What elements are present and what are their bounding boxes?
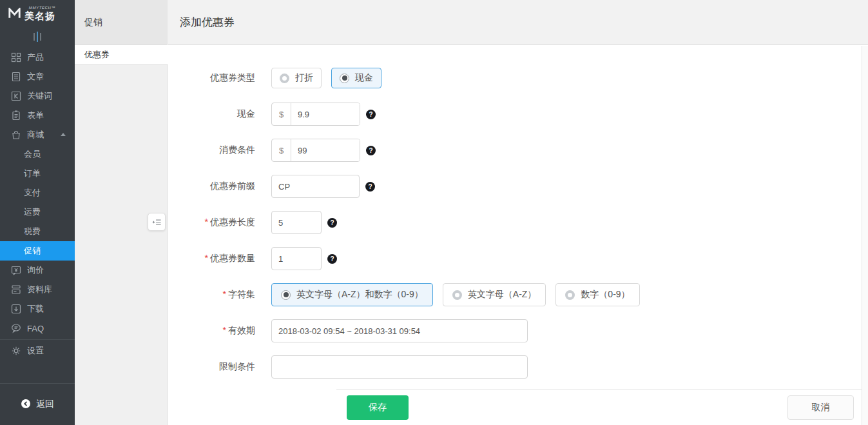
sidebar-item-members[interactable]: 会员 [0, 144, 75, 164]
form-action-bar: 保存 取消 [336, 389, 868, 425]
gear-icon [11, 346, 21, 356]
form-row-cash: 现金 $ ? [168, 103, 862, 126]
charset-option-alnum[interactable]: 英文字母（A-Z）和数字（0-9） [271, 283, 433, 306]
sidebar-item-forms[interactable]: 表单 [0, 106, 75, 125]
form-row-restriction: 限制条件 [168, 355, 862, 379]
field-label: *有效期 [168, 325, 255, 337]
sidebar-item-tax[interactable]: 税费 [0, 222, 75, 241]
sidebar-item-faq[interactable]: FAQ [0, 319, 75, 338]
save-button[interactable]: 保存 [347, 395, 409, 420]
primary-sidebar: MMYTECH™ 美名扬 产品 文章 关键词 表单 [0, 0, 75, 425]
sidebar-item-downloads[interactable]: 下载 [0, 299, 75, 319]
field-label: 优惠券类型 [168, 72, 255, 84]
sidebar-menu: 产品 文章 关键词 表单 商城 会员 订单 支付 运费 税费 促销 [0, 48, 75, 361]
field-label: 现金 [168, 108, 255, 120]
restriction-input[interactable] [271, 355, 528, 379]
condition-input[interactable] [291, 139, 360, 161]
secondary-panel-title: 促销 [75, 0, 167, 45]
toggle-bar-icon [34, 33, 35, 41]
form-row-quantity: *优惠券数量 ? [168, 247, 862, 270]
sidebar-collapse-toggle[interactable] [0, 26, 75, 48]
sidebar-item-products[interactable]: 产品 [0, 48, 75, 67]
caret-up-icon [61, 133, 66, 136]
quantity-input[interactable] [271, 247, 322, 270]
currency-addon: $ [272, 103, 291, 125]
charset-option-alpha[interactable]: 英文字母（A-Z） [443, 283, 546, 306]
toggle-bar-icon [40, 33, 41, 41]
sidebar-item-label: 询价 [27, 264, 44, 276]
panel-collapse-button[interactable] [148, 213, 166, 231]
sidebar-item-mall[interactable]: 商城 [0, 125, 75, 144]
radio-checked-icon [340, 74, 349, 83]
inquiry-chat-icon [11, 265, 21, 275]
sidebar-item-label: 设置 [27, 345, 44, 357]
sidebar-item-inquiry[interactable]: 询价 [0, 261, 75, 280]
sidebar-item-promotion[interactable]: 促销 [0, 241, 75, 261]
sidebar-item-label: 关键词 [27, 90, 52, 102]
sidebar-item-label: 下载 [27, 303, 44, 315]
sidebar-item-label: 产品 [27, 52, 44, 63]
sidebar-item-label: 资料库 [27, 284, 52, 295]
sidebar-item-label: 文章 [27, 71, 44, 83]
sidebar-item-payment[interactable]: 支付 [0, 183, 75, 203]
help-icon[interactable]: ? [365, 182, 375, 192]
shopping-bag-icon [11, 130, 21, 140]
sidebar-item-orders[interactable]: 订单 [0, 164, 75, 183]
code-prefix-input[interactable] [271, 175, 360, 198]
sidebar-item-shipping[interactable]: 运费 [0, 203, 75, 222]
charset-option-numeric[interactable]: 数字（0-9） [555, 283, 639, 306]
back-button[interactable]: 返回 [21, 399, 54, 411]
sidebar-item-label: 税费 [24, 226, 41, 237]
vertical-scrollbar[interactable] [862, 46, 868, 425]
sidebar-item-settings[interactable]: 设置 [0, 341, 75, 361]
sidebar-item-label: 商城 [27, 129, 44, 141]
coupon-type-option-cash[interactable]: 现金 [331, 68, 381, 88]
keyword-icon [11, 91, 21, 101]
form-row-validity: *有效期 [168, 319, 862, 342]
sidebar-item-label: 支付 [24, 187, 41, 199]
help-icon[interactable]: ? [366, 146, 376, 155]
help-icon[interactable]: ? [327, 254, 337, 264]
sidebar-item-label: 订单 [24, 168, 41, 179]
menu-fold-icon [152, 217, 162, 227]
cancel-button[interactable]: 取消 [787, 395, 854, 420]
secondary-item-coupon[interactable]: 优惠券 [75, 45, 168, 64]
toggle-bar-icon [37, 32, 38, 42]
sidebar-item-label: 会员 [24, 148, 41, 160]
validity-date-range-input[interactable] [271, 319, 528, 342]
brand-m-icon [8, 8, 21, 19]
coupon-type-option-discount[interactable]: 打折 [271, 68, 322, 88]
sidebar-item-label: 促销 [24, 245, 41, 257]
clipboard-icon [11, 110, 21, 121]
cash-input[interactable] [291, 103, 360, 125]
code-length-input[interactable] [271, 211, 322, 234]
sidebar-item-articles[interactable]: 文章 [0, 67, 75, 86]
download-icon [11, 304, 21, 314]
grid-icon [11, 52, 21, 63]
condition-input-group: $ [271, 139, 360, 162]
form-row-coupon-type: 优惠券类型 打折 现金 [168, 66, 862, 90]
brand-name: 美名扬 [24, 11, 55, 21]
page-header: 添加优惠券 [168, 0, 868, 45]
sidebar-item-keywords[interactable]: 关键词 [0, 86, 75, 106]
field-label: *字符集 [168, 289, 255, 301]
currency-addon: $ [272, 139, 291, 161]
back-circle-icon [21, 399, 31, 411]
menu-divider [0, 339, 75, 340]
form-row-code-length: *优惠券长度 ? [168, 211, 862, 234]
help-icon[interactable]: ? [327, 218, 337, 228]
sidebar-item-library[interactable]: 资料库 [0, 280, 75, 299]
help-icon[interactable]: ? [366, 110, 376, 119]
faq-chat-icon [11, 323, 21, 333]
sidebar-item-label: 运费 [24, 206, 41, 218]
radio-icon [280, 74, 289, 83]
form-row-charset: *字符集 英文字母（A-Z）和数字（0-9） 英文字母（A-Z） 数字（0-9） [168, 283, 862, 306]
radio-checked-icon [281, 290, 291, 300]
coupon-form: 优惠券类型 打折 现金 现金 $ ? [168, 46, 862, 388]
field-label: *优惠券长度 [168, 217, 255, 228]
brand-logo[interactable]: MMYTECH™ 美名扬 [0, 0, 75, 26]
article-icon [11, 72, 21, 82]
page-title: 添加优惠券 [180, 15, 235, 30]
radio-icon [452, 290, 462, 300]
sidebar-footer: 返回 [0, 383, 75, 425]
